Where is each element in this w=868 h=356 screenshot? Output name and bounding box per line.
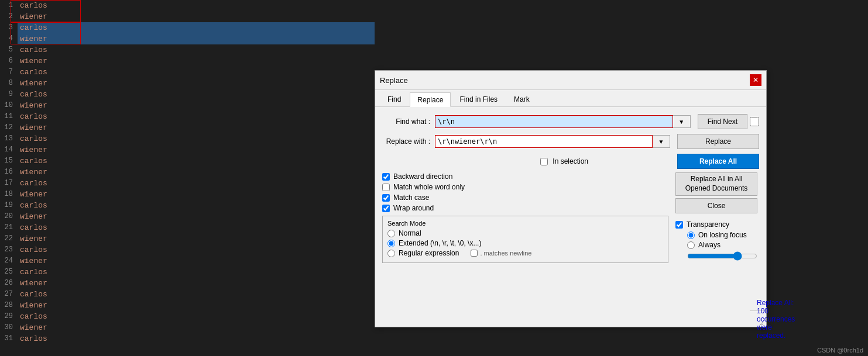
line-number-7: 7 bbox=[0, 67, 18, 78]
line-22: 22wiener bbox=[0, 233, 375, 244]
line-25: 25carlos bbox=[0, 267, 375, 278]
line-number-19: 19 bbox=[0, 200, 18, 211]
line-14: 14wiener bbox=[0, 144, 375, 155]
always-radio[interactable] bbox=[687, 241, 695, 249]
line-content-13: carlos bbox=[18, 133, 375, 144]
transparency-section: Transparency On losing focus Always bbox=[675, 220, 759, 261]
resize-handle[interactable]: ⊿ bbox=[759, 320, 765, 326]
line-5: 5carlos bbox=[0, 44, 375, 56]
backward-direction-label: Backward direction bbox=[393, 172, 452, 181]
line-content-22: wiener bbox=[18, 233, 375, 244]
transparency-slider[interactable] bbox=[687, 251, 757, 261]
line-number-10: 10 bbox=[0, 100, 18, 111]
replace-with-label: Replace with : bbox=[382, 137, 435, 146]
wrap-around-checkbox[interactable] bbox=[382, 205, 390, 212]
watermark: CSDN @0rch1d bbox=[817, 347, 863, 354]
line-7: 7carlos bbox=[0, 67, 375, 78]
line-content-8: wiener bbox=[18, 78, 375, 89]
line-9: 9carlos bbox=[0, 89, 375, 100]
line-19: 19carlos bbox=[0, 200, 375, 211]
line-number-18: 18 bbox=[0, 189, 18, 200]
line-number-24: 24 bbox=[0, 255, 18, 267]
replace-button[interactable]: Replace bbox=[677, 134, 759, 149]
line-number-3: 3 bbox=[0, 22, 18, 33]
line-number-26: 26 bbox=[0, 278, 18, 289]
matches-newline-checkbox[interactable] bbox=[471, 250, 478, 257]
line-27: 27carlos bbox=[0, 289, 375, 300]
line-content-25: carlos bbox=[18, 267, 375, 278]
dialog-body: Find what : ▼ Find Next Replace with : ▼… bbox=[375, 107, 766, 268]
replace-with-input[interactable] bbox=[435, 135, 653, 148]
extended-mode-radio[interactable] bbox=[387, 240, 395, 247]
matches-newline-area: . matches newline bbox=[471, 250, 531, 257]
line-number-29: 29 bbox=[0, 311, 18, 322]
dialog-close-button[interactable]: ✕ bbox=[750, 74, 761, 86]
tab-mark[interactable]: Mark bbox=[506, 92, 537, 106]
match-case-checkbox[interactable] bbox=[382, 194, 390, 202]
transparency-checkbox[interactable] bbox=[675, 221, 683, 229]
line-15: 15carlos bbox=[0, 155, 375, 167]
line-content-1: carlos bbox=[18, 0, 375, 11]
line-20: 20wiener bbox=[0, 211, 375, 222]
normal-mode-radio[interactable] bbox=[387, 230, 395, 237]
main-options-area: Backward direction Match whole word only… bbox=[382, 172, 759, 263]
line-31: 31carlos bbox=[0, 333, 375, 344]
regex-mode-radio[interactable] bbox=[387, 250, 395, 257]
line-6: 6wiener bbox=[0, 56, 375, 67]
line-number-22: 22 bbox=[0, 233, 18, 244]
line-content-30: wiener bbox=[18, 322, 375, 333]
line-number-28: 28 bbox=[0, 300, 18, 311]
line-content-24: wiener bbox=[18, 255, 375, 267]
line-number-15: 15 bbox=[0, 155, 18, 167]
replace-with-row: Replace with : ▼ Replace bbox=[382, 134, 759, 149]
line-number-14: 14 bbox=[0, 144, 18, 155]
line-24: 24wiener bbox=[0, 255, 375, 267]
tab-find[interactable]: Find bbox=[380, 92, 409, 106]
line-content-29: carlos bbox=[18, 311, 375, 322]
line-content-3: carlos bbox=[18, 22, 375, 33]
line-content-12: wiener bbox=[18, 122, 375, 133]
line-content-4: wiener bbox=[18, 33, 375, 44]
replace-all-docs-button[interactable]: Replace All in All Opened Documents bbox=[675, 172, 757, 196]
on-losing-focus-radio[interactable] bbox=[687, 231, 695, 239]
replace-all-button[interactable]: Replace All bbox=[677, 154, 759, 169]
wrap-around-row: Wrap around bbox=[382, 204, 668, 212]
line-content-14: wiener bbox=[18, 144, 375, 155]
line-30: 30wiener bbox=[0, 322, 375, 333]
editor-area: 1carlos2wiener3carlos4wiener5carlos6wien… bbox=[0, 0, 375, 356]
transparency-title: Transparency bbox=[675, 220, 759, 229]
line-content-16: wiener bbox=[18, 167, 375, 178]
find-what-row: Find what : ▼ Find Next bbox=[382, 114, 759, 129]
find-what-input[interactable] bbox=[435, 115, 673, 128]
line-4: 4wiener bbox=[0, 33, 375, 44]
tab-replace[interactable]: Replace bbox=[410, 92, 451, 107]
line-8: 8wiener bbox=[0, 78, 375, 89]
line-10: 10wiener bbox=[0, 100, 375, 111]
normal-mode-label: Normal bbox=[399, 229, 421, 237]
replace-dropdown[interactable]: ▼ bbox=[653, 135, 670, 148]
find-dropdown[interactable]: ▼ bbox=[673, 115, 691, 128]
line-number-23: 23 bbox=[0, 244, 18, 255]
dialog-titlebar: Replace ✕ bbox=[375, 71, 766, 90]
line-number-17: 17 bbox=[0, 178, 18, 189]
status-text: Replace All: 100 occurrences were replac… bbox=[757, 299, 795, 340]
find-next-checkbox[interactable] bbox=[750, 117, 759, 126]
line-number-9: 9 bbox=[0, 89, 18, 100]
wrap-around-label: Wrap around bbox=[393, 204, 434, 212]
line-content-7: carlos bbox=[18, 67, 375, 78]
line-number-5: 5 bbox=[0, 44, 18, 56]
find-next-button[interactable]: Find Next bbox=[698, 114, 747, 129]
close-button[interactable]: Close bbox=[675, 198, 757, 213]
search-mode-group: Search Mode Normal Extended (\n, \r, \t,… bbox=[382, 216, 668, 263]
line-content-31: carlos bbox=[18, 333, 375, 344]
line-content-18: wiener bbox=[18, 189, 375, 200]
matches-newline-label: . matches newline bbox=[480, 250, 531, 257]
backward-direction-checkbox[interactable] bbox=[382, 173, 390, 181]
line-content-9: carlos bbox=[18, 89, 375, 100]
on-losing-focus-row: On losing focus bbox=[687, 231, 759, 239]
in-selection-checkbox[interactable] bbox=[540, 158, 548, 165]
match-whole-word-checkbox[interactable] bbox=[382, 184, 390, 191]
line-content-10: wiener bbox=[18, 100, 375, 111]
line-number-16: 16 bbox=[0, 167, 18, 178]
tab-find-in-files[interactable]: Find in Files bbox=[452, 92, 505, 106]
